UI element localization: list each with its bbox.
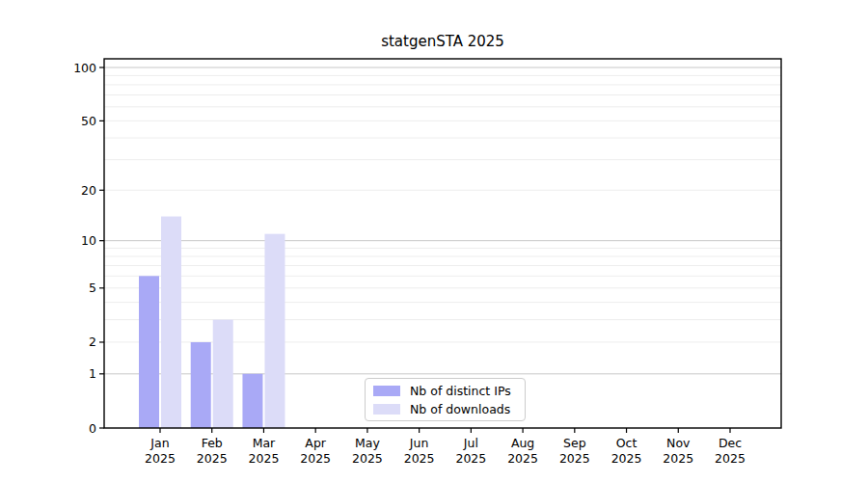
x-tick-label-month: Jan (149, 436, 169, 450)
x-tick-label-year: 2025 (197, 451, 228, 466)
x-tick-label-month: Jul (463, 436, 478, 450)
bar (213, 320, 233, 428)
x-tick-label-year: 2025 (145, 451, 176, 466)
x-tick-label-month: Feb (202, 436, 223, 450)
x-tick-label-month: May (355, 436, 380, 450)
x-tick-label-month: Jun (409, 436, 429, 450)
bar (139, 276, 159, 428)
y-tick-label: 5 (89, 281, 96, 295)
legend-label: Nb of downloads (410, 402, 510, 416)
bar (161, 217, 181, 428)
x-tick-label-month: Oct (616, 436, 637, 450)
legend-label: Nb of distinct IPs (410, 384, 511, 398)
x-tick-label-month: Nov (666, 436, 691, 450)
x-tick-label-month: Mar (253, 436, 276, 450)
x-tick-label-year: 2025 (559, 451, 590, 466)
x-tick-label-year: 2025 (352, 451, 383, 466)
x-tick-label-year: 2025 (611, 451, 642, 466)
legend: Nb of distinct IPs Nb of downloads (365, 378, 526, 421)
bar (191, 342, 211, 428)
chart-figure: statgenSTA 2025 0125102050100Jan2025Feb2… (0, 0, 868, 482)
legend-swatch-distinct-ips (373, 386, 400, 396)
y-tick-label: 0 (89, 421, 96, 436)
x-tick-label-year: 2025 (663, 451, 693, 466)
legend-item-downloads: Nb of downloads (373, 402, 517, 416)
x-tick-label-month: Sep (563, 436, 586, 450)
y-tick-label: 50 (81, 114, 96, 128)
x-tick-label-year: 2025 (249, 451, 280, 466)
x-tick-label-year: 2025 (507, 451, 538, 466)
x-tick-label-year: 2025 (455, 451, 486, 466)
y-tick-label: 20 (81, 183, 96, 198)
x-tick-label-year: 2025 (300, 451, 331, 466)
x-tick-label-month: Apr (305, 436, 326, 450)
y-tick-label: 2 (89, 335, 96, 349)
x-tick-label-month: Aug (511, 436, 534, 450)
x-tick-label-year: 2025 (715, 451, 746, 466)
y-tick-label: 10 (81, 233, 96, 248)
y-tick-label: 1 (89, 366, 96, 381)
x-tick-label-year: 2025 (404, 451, 435, 466)
x-tick-label-month: Dec (719, 436, 742, 450)
bar (242, 374, 262, 428)
bar (264, 234, 285, 428)
y-tick-label: 100 (73, 61, 96, 75)
legend-swatch-downloads (373, 404, 400, 415)
legend-item-distinct-ips: Nb of distinct IPs (373, 384, 517, 398)
